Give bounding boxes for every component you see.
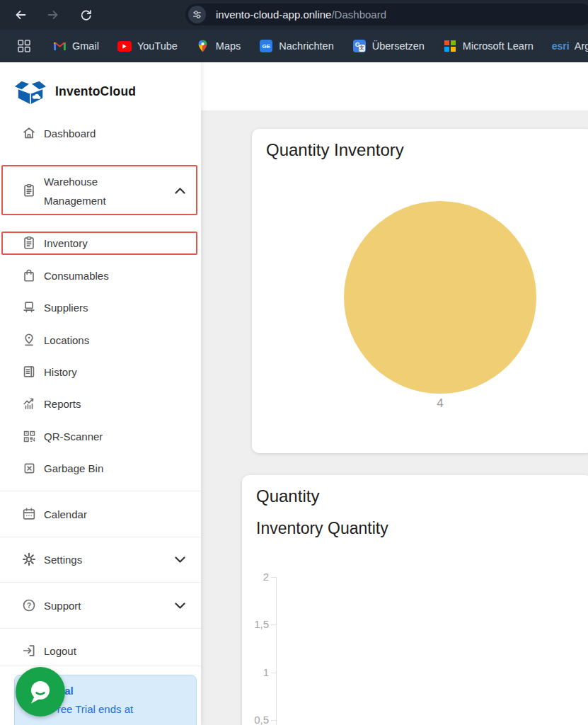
sidebar-item-support[interactable]: ? Support (0, 595, 201, 616)
location-pin-icon (21, 331, 38, 348)
sidebar-item-logout[interactable]: Logout (0, 640, 201, 661)
youtube-icon (117, 39, 132, 53)
bookmark-microsoft-learn[interactable]: Microsoft Learn (443, 39, 534, 53)
reload-icon (79, 8, 93, 23)
sidebar-item-locations[interactable]: Locations (0, 329, 201, 350)
bookmark-label: Gmail (72, 40, 99, 52)
sidebar-item-label: Garbage Bin (44, 462, 103, 474)
brand: InventoCloud (11, 75, 136, 108)
sidebar-item-suppliers[interactable]: Suppliers (0, 297, 201, 318)
bookmark-label: Argument error: Co... (575, 40, 588, 52)
sidebar-item-label: Reports (44, 398, 81, 410)
sidebar-item-label: Suppliers (44, 302, 88, 314)
calendar-icon (21, 506, 38, 523)
y-axis-tick (271, 624, 277, 625)
sidebar-item-settings[interactable]: Settings (0, 549, 201, 570)
bookmark-esri[interactable]: esri Argument error: Co... (552, 40, 588, 52)
gmail-icon (52, 39, 67, 53)
card-title: Quantity (256, 486, 319, 506)
bookmark-news[interactable]: GE Nachrichten (259, 39, 333, 53)
apps-grid-icon (17, 39, 31, 53)
chart-subtitle: Inventory Quantity (256, 519, 388, 538)
bag-icon (21, 267, 38, 284)
sidebar-item-calendar[interactable]: Calendar (0, 503, 201, 525)
sidebar-item-label: Inventory (44, 237, 88, 249)
back-button[interactable] (8, 3, 33, 27)
bookmark-gmail[interactable]: Gmail (52, 39, 99, 53)
browser-toolbar: invento-cloud-app.online/Dashboard (0, 0, 588, 30)
sidebar-item-inventory[interactable]: Inventory (0, 232, 201, 253)
chevron-down-icon[interactable] (175, 599, 185, 612)
sidebar-item-label: QR-Scanner (44, 430, 103, 443)
quantity-chart-card: Quantity Inventory Quantity 2 1,5 1 0,5 (242, 475, 588, 725)
qr-code-icon (21, 428, 38, 445)
sidebar-item-label: Warehouse Management (44, 172, 150, 210)
clipboard-icon (21, 234, 38, 251)
bookmark-youtube[interactable]: YouTube (117, 39, 178, 53)
gear-icon (21, 551, 38, 568)
sidebar-item-history[interactable]: History (0, 361, 201, 382)
sidebar: InventoCloud Dashboard Warehouse Managem… (0, 62, 201, 725)
y-axis-tick-label: 1 (242, 666, 269, 678)
bookmark-label: Nachrichten (279, 40, 333, 52)
forward-button[interactable] (41, 3, 65, 27)
chat-widget-button[interactable] (16, 667, 65, 717)
sidebar-item-qr-scanner[interactable]: QR-Scanner (0, 426, 201, 447)
sidebar-item-dashboard[interactable]: Dashboard (0, 122, 201, 144)
sidebar-divider (0, 666, 201, 666)
pie-chart-slice (344, 201, 536, 394)
sidebar-divider (0, 582, 201, 583)
maps-icon (196, 39, 210, 53)
chat-bubble-icon (26, 678, 54, 706)
google-translate-icon: G文 (352, 39, 367, 53)
chevron-up-icon[interactable] (175, 184, 185, 197)
bookmark-label: Maps (216, 40, 241, 52)
brand-name: InventoCloud (55, 84, 136, 99)
esri-icon: esri (552, 40, 570, 52)
y-axis-tick-label: 1,5 (242, 618, 269, 630)
logout-icon (21, 642, 38, 659)
sidebar-item-warehouse-management[interactable]: Warehouse Management (0, 165, 201, 215)
y-axis-tick-label: 2 (242, 571, 269, 583)
sidebar-item-reports[interactable]: Reports (0, 393, 201, 414)
bookmark-label: YouTube (137, 40, 178, 52)
svg-text:?: ? (27, 602, 31, 610)
apps-grid-button[interactable] (17, 39, 31, 53)
clipboard-icon (21, 182, 38, 199)
bookmarks-bar: Gmail YouTube Maps GE Nachrichten (0, 30, 588, 62)
box-x-icon (21, 459, 38, 476)
bookmark-translate[interactable]: G文 Übersetzen (352, 39, 425, 53)
sidebar-item-label: Calendar (44, 508, 87, 520)
y-axis (276, 577, 277, 725)
sidebar-divider (0, 491, 201, 491)
card-title: Quantity Inventory (266, 140, 404, 160)
desk-icon (21, 299, 38, 316)
chevron-down-icon[interactable] (175, 553, 185, 566)
sidebar-item-label: Support (44, 600, 81, 612)
sidebar-item-garbage-bin[interactable]: Garbage Bin (0, 457, 201, 479)
pie-chart-value-label: 4 (344, 396, 536, 411)
sidebar-item-consumables[interactable]: Consumables (0, 265, 201, 286)
bookmark-label: Übersetzen (372, 40, 425, 52)
forward-icon (45, 7, 61, 23)
help-icon: ? (21, 597, 38, 614)
app-top-bar (201, 62, 588, 110)
home-icon (21, 125, 38, 142)
google-news-icon: GE (259, 39, 273, 53)
newspaper-icon (21, 363, 38, 380)
url-host: invento-cloud-app.online (216, 8, 331, 21)
url-text: invento-cloud-app.online/Dashboard (216, 8, 386, 21)
reload-button[interactable] (74, 3, 98, 27)
site-settings-icon (192, 9, 202, 20)
sidebar-item-label: History (44, 366, 77, 378)
address-bar[interactable]: invento-cloud-app.online/Dashboard (185, 4, 588, 25)
site-info-button[interactable] (188, 6, 206, 23)
chart-trend-icon (21, 395, 38, 412)
sidebar-divider (0, 537, 201, 537)
y-axis-tick (271, 720, 277, 721)
sidebar-item-label: Logout (44, 645, 76, 657)
bookmark-label: Microsoft Learn (463, 40, 534, 52)
inventocloud-logo-icon (11, 75, 50, 108)
back-icon (13, 7, 28, 23)
bookmark-maps[interactable]: Maps (196, 39, 241, 53)
